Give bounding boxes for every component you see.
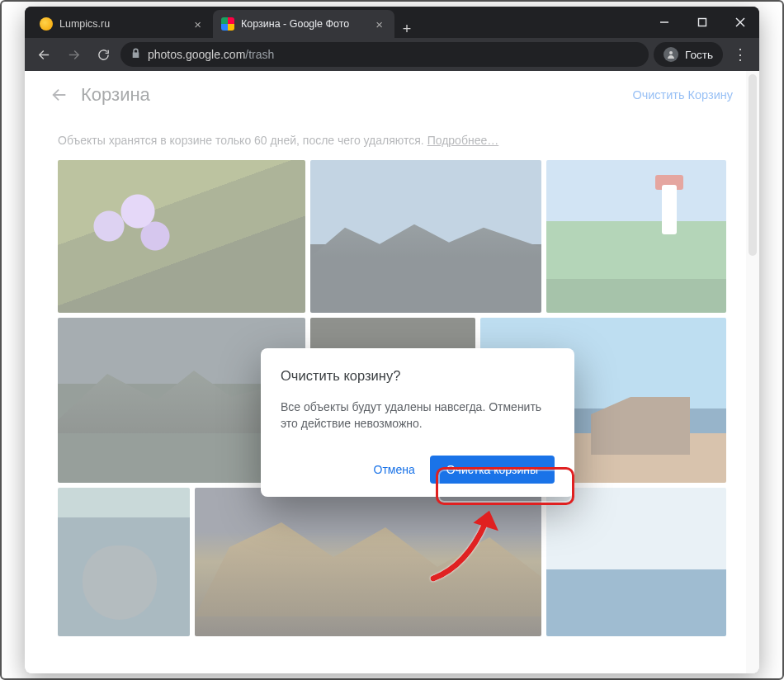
- confirm-empty-button[interactable]: Очистка корзины: [430, 456, 555, 484]
- tab-lumpics[interactable]: Lumpics.ru ×: [31, 10, 213, 38]
- tab-strip: Lumpics.ru × Корзина - Google Фото × +: [25, 7, 645, 38]
- tab-title: Lumpics.ru: [59, 18, 191, 30]
- svg-rect-1: [699, 19, 706, 26]
- back-button[interactable]: [31, 42, 56, 67]
- close-icon[interactable]: ×: [191, 17, 205, 31]
- confirm-empty-dialog: Очистить корзину? Все объекты будут удал…: [261, 348, 574, 497]
- window-controls: [645, 7, 759, 38]
- tab-title: Корзина - Google Фото: [241, 18, 372, 30]
- browser-menu-button[interactable]: ⋮: [728, 42, 753, 67]
- dialog-title: Очистить корзину?: [281, 368, 555, 384]
- screenshot-frame: Lumpics.ru × Корзина - Google Фото × +: [0, 0, 784, 680]
- dialog-actions: Отмена Очистка корзины: [281, 456, 555, 484]
- url-text: photos.google.com/trash: [148, 48, 274, 61]
- browser-window: Lumpics.ru × Корзина - Google Фото × +: [25, 7, 759, 673]
- lock-icon: [130, 48, 141, 61]
- address-bar[interactable]: photos.google.com/trash: [120, 42, 649, 67]
- reload-button[interactable]: [91, 42, 116, 67]
- favicon-lumpics: [40, 17, 53, 31]
- profile-label: Гость: [685, 49, 713, 61]
- close-icon[interactable]: ×: [372, 17, 386, 31]
- toolbar: photos.google.com/trash Гость ⋮: [25, 38, 759, 71]
- avatar-icon: [664, 47, 678, 62]
- titlebar: Lumpics.ru × Корзина - Google Фото × +: [25, 7, 759, 38]
- svg-point-6: [669, 51, 673, 54]
- profile-chip[interactable]: Гость: [654, 42, 723, 67]
- favicon-google-photos: [221, 17, 234, 31]
- forward-button[interactable]: [61, 42, 86, 67]
- cancel-button[interactable]: Отмена: [364, 456, 425, 483]
- new-tab-button[interactable]: +: [394, 21, 419, 38]
- dialog-body: Все объекты будут удалены навсегда. Отме…: [281, 399, 555, 432]
- close-window-button[interactable]: [721, 7, 759, 38]
- minimize-button[interactable]: [645, 7, 683, 38]
- content-area: Корзина Очистить Корзину Объекты хранятс…: [25, 71, 759, 673]
- tab-google-photos[interactable]: Корзина - Google Фото ×: [213, 10, 394, 38]
- maximize-button[interactable]: [683, 7, 721, 38]
